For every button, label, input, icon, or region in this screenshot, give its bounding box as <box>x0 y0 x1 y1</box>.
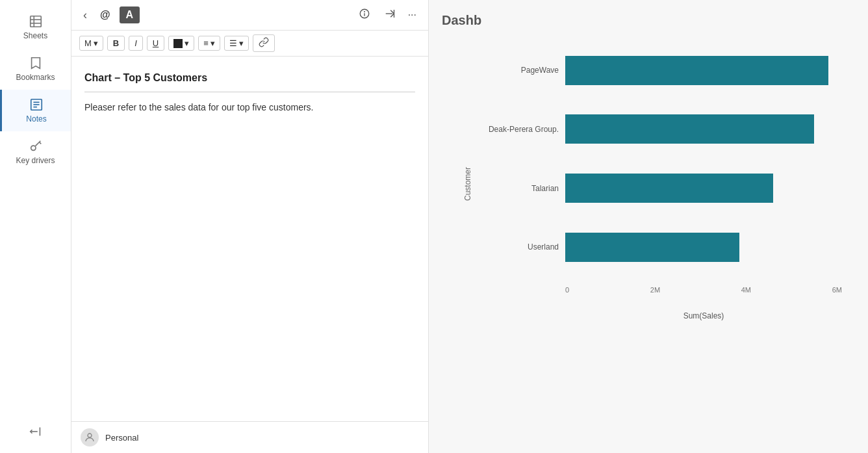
underline-button[interactable]: U <box>147 36 164 51</box>
person-icon <box>84 432 96 443</box>
bar-label-pagewave: PageWave <box>474 66 559 75</box>
bookmark-icon <box>29 56 43 70</box>
at-button[interactable]: @ <box>96 6 114 23</box>
sheets-label: Sheets <box>23 31 47 40</box>
svg-line-17 <box>390 10 394 14</box>
color-chevron-icon: ▾ <box>185 38 189 48</box>
personal-label: Personal <box>105 433 138 443</box>
text-color-button[interactable]: ▾ <box>168 36 194 51</box>
info-icon <box>359 8 370 19</box>
svg-line-10 <box>39 142 41 144</box>
sidebar-item-notes[interactable]: Notes <box>0 90 71 131</box>
svg-point-8 <box>31 146 35 150</box>
chart-panel: Dashb Customer PageWave Deak-Perera Grou… <box>429 0 868 453</box>
key-drivers-icon <box>29 139 43 153</box>
sidebar-item-sheets[interactable]: Sheets <box>0 6 71 48</box>
bar-label-talarian: Talarian <box>474 184 559 193</box>
bar-label-deak: Deak-Perera Group. <box>474 125 559 134</box>
x-axis-label: Sum(Sales) <box>565 311 842 320</box>
bar-chart-inner: PageWave Deak-Perera Group. Talarian Use… <box>474 41 855 327</box>
chevron-down-icon: ▾ <box>94 38 98 48</box>
avatar <box>81 428 99 447</box>
list-label: ☰ <box>229 38 237 48</box>
paragraph-format-label: M <box>84 38 92 48</box>
link-icon <box>259 37 269 47</box>
bold-button[interactable]: B <box>107 36 125 51</box>
bar-track-talarian <box>565 174 842 203</box>
forward-icon <box>383 8 395 19</box>
format-toolbar: M ▾ B I U ▾ ≡ ▾ ☰ ▾ <box>71 31 428 57</box>
note-title: Chart – Top 5 Customers <box>84 72 415 92</box>
align-label: ≡ <box>203 38 209 48</box>
x-tick-4m: 4M <box>741 286 751 294</box>
bar-track-userland <box>565 233 842 262</box>
x-tick-0: 0 <box>565 286 569 294</box>
x-tick-2m: 2M <box>650 286 660 294</box>
more-button[interactable]: ··· <box>404 6 420 23</box>
bar-label-userland: Userland <box>474 242 559 252</box>
notes-icon <box>29 97 44 112</box>
back-button[interactable]: ‹ <box>79 6 91 25</box>
table-row: Talarian <box>474 166 842 211</box>
sidebar: Sheets Bookmarks Notes Key drivers <box>0 0 71 453</box>
color-swatch <box>173 39 183 48</box>
svg-line-9 <box>35 141 40 146</box>
info-button[interactable] <box>355 5 374 25</box>
font-button[interactable]: A <box>120 6 140 23</box>
svg-rect-0 <box>30 16 41 27</box>
chart-panel-title: Dashb <box>442 13 855 28</box>
svg-point-15 <box>364 12 364 12</box>
bar-track-deak <box>565 114 842 144</box>
note-body: Pleaser refer to the sales data for our … <box>84 100 415 114</box>
editor-footer: Personal <box>71 421 428 453</box>
bookmarks-label: Bookmarks <box>16 73 55 82</box>
editor-topbar: ‹ @ A ··· <box>71 0 428 31</box>
bar-fill-talarian <box>565 174 773 203</box>
sidebar-item-bookmarks[interactable]: Bookmarks <box>0 48 71 90</box>
notes-label: Notes <box>26 114 46 123</box>
bar-fill-userland <box>565 233 739 262</box>
bar-fill-pagewave <box>565 56 828 85</box>
sidebar-item-key-drivers[interactable]: Key drivers <box>0 131 71 173</box>
align-chevron-icon: ▾ <box>211 38 215 48</box>
bar-chart: Customer PageWave Deak-Perera Group. Tal… <box>442 34 855 359</box>
link-button[interactable] <box>253 34 275 52</box>
editor-panel: ‹ @ A ··· M ▾ B I U <box>71 0 429 453</box>
bar-fill-deak <box>565 114 814 144</box>
svg-line-18 <box>390 14 394 17</box>
editor-content[interactable]: Chart – Top 5 Customers Pleaser refer to… <box>71 57 428 421</box>
bar-track-pagewave <box>565 56 842 85</box>
collapse-button[interactable] <box>23 419 48 447</box>
key-drivers-label: Key drivers <box>16 156 55 165</box>
svg-point-20 <box>88 434 92 437</box>
table-row: Userland <box>474 224 842 270</box>
paragraph-format-button[interactable]: M ▾ <box>79 36 103 51</box>
collapse-icon <box>29 424 43 439</box>
x-tick-6m: 6M <box>832 286 842 294</box>
align-button[interactable]: ≡ ▾ <box>198 36 220 51</box>
italic-button[interactable]: I <box>129 36 143 51</box>
forward-button[interactable] <box>379 5 399 25</box>
y-axis-label: Customer <box>461 41 474 327</box>
table-row: Deak-Perera Group. <box>474 107 842 152</box>
table-row: PageWave <box>474 47 842 93</box>
list-button[interactable]: ☰ ▾ <box>224 36 249 51</box>
list-chevron-icon: ▾ <box>239 38 244 48</box>
sidebar-bottom <box>0 419 71 453</box>
sheets-icon <box>29 14 43 29</box>
x-axis-ticks: 0 2M 4M 6M <box>565 286 842 294</box>
